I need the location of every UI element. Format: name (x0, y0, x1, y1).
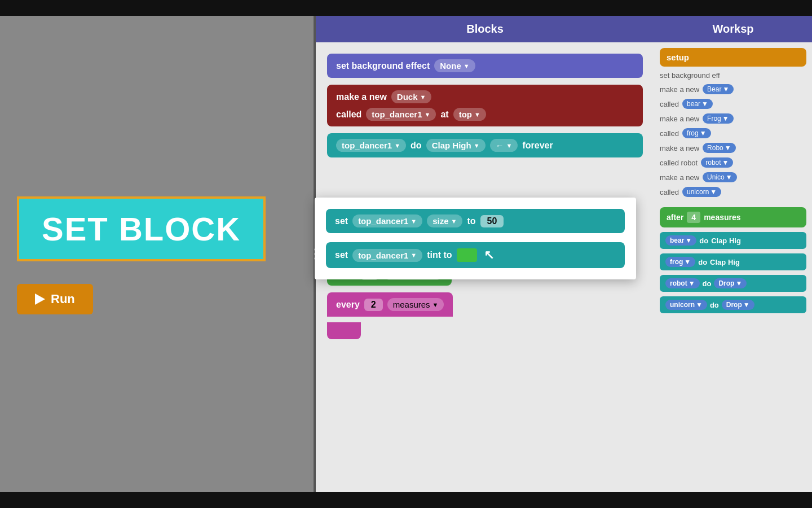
robot-do-text: do (703, 279, 712, 288)
right-called-robot-row: called robot robot ▼ (660, 157, 806, 168)
set-background-block[interactable]: set background effect None ▼ (327, 54, 643, 78)
frog-name-arrow: ▼ (700, 129, 707, 137)
frog-name-pill[interactable]: frog ▼ (682, 128, 711, 138)
blocks-header: Blocks (316, 16, 654, 42)
unicorn-action-pill[interactable]: Drop ▼ (722, 300, 754, 310)
robot-sub-pill[interactable]: robot ▼ (665, 278, 700, 288)
do-text: do (411, 141, 422, 151)
unicorn-action-arrow: ▼ (743, 301, 750, 309)
unicorn-name-pill[interactable]: unicorn ▼ (682, 187, 721, 197)
every-meas-arrow: ▼ (433, 301, 439, 308)
set-text-2: set (335, 250, 348, 260)
bear-name-pill[interactable]: bear ▼ (682, 99, 713, 109)
robot-action-pill[interactable]: Drop ▼ (714, 278, 747, 288)
set-text-1: set (335, 216, 348, 226)
size-dropdown[interactable]: size ▼ (427, 214, 462, 227)
right-panel: Worksp setup set background eff make a n… (654, 16, 812, 492)
every-text: every (336, 300, 360, 310)
action-dropdown[interactable]: Clap High ▼ (426, 139, 486, 152)
setup-label: setup (667, 52, 689, 62)
dancer-arrow: ▼ (425, 111, 431, 118)
bear-do-text: do (699, 237, 708, 245)
run-button[interactable]: Run (17, 284, 93, 314)
right-unicorn-sub[interactable]: unicorn ▼ do Drop ▼ (660, 296, 806, 313)
unicorn-sub-pill[interactable]: unicorn ▼ (665, 300, 707, 310)
bear-sub-arrow: ▼ (685, 237, 692, 244)
set-bg-dropdown[interactable]: None ▼ (434, 59, 475, 72)
tint-text: tint to (427, 250, 452, 260)
setup-block[interactable]: setup (660, 48, 806, 67)
popup-dancer-dropdown[interactable]: top_dancer1 ▼ (352, 214, 422, 227)
direction-dropdown[interactable]: ← ▼ (490, 139, 518, 152)
run-label: Run (51, 292, 75, 306)
called-robot-text: called robot (660, 159, 698, 167)
right-after-value: 4 (687, 212, 700, 223)
frog-pill[interactable]: Frog ▼ (703, 113, 734, 124)
robot-sub-arrow: ▼ (689, 279, 695, 287)
every-measures-dropdown[interactable]: measures ▼ (387, 298, 444, 311)
position-dropdown[interactable]: top ▼ (453, 108, 486, 121)
robot-arrow: ▼ (725, 144, 731, 152)
right-after-block[interactable]: after 4 measures (660, 207, 806, 227)
bottom-bar (0, 492, 812, 508)
right-robot-sub[interactable]: robot ▼ do Drop ▼ (660, 275, 806, 292)
set-block-label: SET BLOCK (17, 196, 266, 261)
right-content: setup set background eff make a new Bear… (654, 42, 812, 319)
make-new-bear: make a new (660, 85, 699, 94)
bear-pill[interactable]: Bear ▼ (703, 84, 734, 94)
robot-name-pill[interactable]: robot ▼ (701, 157, 733, 168)
frog-arrow: ▼ (722, 115, 729, 122)
duck-arrow: ▼ (420, 94, 426, 100)
every-block-bottom (327, 322, 361, 339)
make-new-text: make a new (336, 92, 387, 102)
set-size-block[interactable]: set top_dancer1 ▼ size ▼ to 50 (326, 209, 625, 233)
unicorn-arrow: ▼ (726, 173, 732, 181)
dancer2-arrow: ▼ (394, 142, 400, 149)
dancer-do-block[interactable]: top_dancer1 ▼ do Clap High ▼ ← ▼ forever (327, 133, 643, 157)
right-unicorn-row: make a new Unico ▼ (660, 172, 806, 182)
unicorn-pill[interactable]: Unico ▼ (703, 172, 737, 182)
bear-name-arrow: ▼ (701, 100, 708, 108)
color-swatch[interactable] (457, 248, 477, 262)
dropdown-arrow: ▼ (464, 63, 470, 69)
right-called-bear-row: called bear ▼ (660, 99, 806, 109)
called-bear-text: called (660, 100, 679, 108)
robot-pill[interactable]: Robo ▼ (703, 143, 736, 153)
size-value[interactable]: 50 (480, 215, 504, 227)
duck-dropdown[interactable]: Duck ▼ (391, 90, 432, 103)
pos-arrow: ▼ (474, 111, 480, 118)
right-called-frog-row: called frog ▼ (660, 128, 806, 138)
forever-text: forever (522, 141, 553, 151)
dancer-pill[interactable]: top_dancer1 ▼ (336, 139, 406, 152)
bear-action-text: Clap Hig (711, 237, 741, 245)
called-text: called (336, 110, 361, 120)
unicorn-do-text: do (710, 301, 719, 309)
frog-do-text: do (698, 258, 707, 266)
make-new-robot: make a new (660, 144, 699, 152)
called-frog-text: called (660, 129, 679, 138)
dir-arrow: ▼ (506, 142, 513, 149)
called-unicorn-text: called (660, 188, 679, 196)
right-frog-row: make a new Frog ▼ (660, 113, 806, 124)
dancer-name-dropdown[interactable]: top_dancer1 ▼ (366, 108, 436, 121)
frog-sub-pill[interactable]: frog ▼ (665, 257, 695, 267)
popup-dancer2-dropdown[interactable]: top_dancer1 ▼ (352, 249, 422, 262)
right-measures-text: measures (704, 213, 740, 222)
right-frog-sub[interactable]: frog ▼ do Clap Hig (660, 253, 806, 270)
right-bg-row: set background eff (660, 71, 806, 80)
right-header: Worksp (654, 16, 812, 42)
right-bear-sub[interactable]: bear ▼ do Clap Hig (660, 232, 806, 249)
left-panel: SET BLOCK Run (0, 16, 316, 492)
every-value: 2 (364, 299, 383, 311)
robot-name-arrow: ▼ (722, 159, 729, 167)
right-called-unicorn-row: called unicorn ▼ (660, 187, 806, 197)
make-duck-block[interactable]: make a new Duck ▼ called top_dancer1 ▼ a… (327, 85, 643, 126)
every-measures-block[interactable]: every 2 measures ▼ (327, 292, 453, 317)
cursor-icon: ↖ (484, 248, 494, 262)
set-bg-text: set background effect (336, 61, 430, 71)
bear-sub-pill[interactable]: bear ▼ (665, 235, 696, 246)
right-robot-row: make a new Robo ▼ (660, 143, 806, 153)
set-tint-block[interactable]: set top_dancer1 ▼ tint to ↖ (326, 242, 625, 268)
unicorn-sub-arrow: ▼ (696, 301, 703, 309)
play-icon (35, 294, 45, 305)
